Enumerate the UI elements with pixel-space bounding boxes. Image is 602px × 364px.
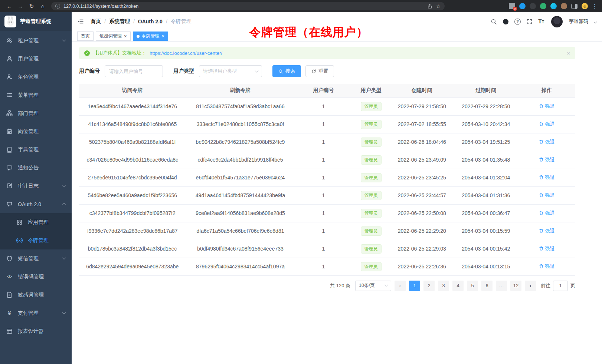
username[interactable]: 芋道源码 — [569, 18, 588, 25]
force-logout-button[interactable]: 强退 — [539, 121, 555, 128]
close-icon[interactable]: × — [124, 34, 127, 39]
sidebar-item-audit-log[interactable]: 审计日志 — [0, 177, 72, 195]
force-logout-button[interactable]: 强退 — [539, 210, 555, 216]
user-type-cell: 管理员 — [352, 186, 390, 204]
logo-bar[interactable]: 芋道管理系统 — [0, 12, 72, 31]
refresh-token-cell: 49d1aa46d1454fbd87591444423be9fa — [186, 186, 295, 204]
app-title: 芋道管理系统 — [20, 18, 51, 25]
sidebar-item-sensitive-word[interactable]: 敏感词管理 — [0, 286, 72, 304]
side-panel-icon[interactable] — [571, 4, 578, 9]
page-size-select[interactable]: 10条/页 — [355, 281, 391, 291]
green-extension-icon[interactable] — [540, 3, 546, 9]
expired-cell: 2054-03-04 01:35:48 — [454, 151, 518, 169]
address-bar[interactable]: i 127.0.0.1:1024/system/oauth2/token ☆ — [51, 2, 445, 10]
dark-extension-icon[interactable] — [530, 3, 536, 9]
sidebar-item-report-designer[interactable]: 报表设计器 — [0, 322, 72, 340]
sidebar-item-menu[interactable]: 菜单管理 — [0, 86, 72, 104]
sidebar-item-sms[interactable]: 短信管理 — [0, 249, 72, 268]
sidebar-item-oauth-apps[interactable]: 应用管理 — [0, 213, 72, 231]
total-count: 共 120 条 — [330, 282, 350, 289]
twitter-extension-icon[interactable] — [519, 3, 526, 9]
page-button-6[interactable]: 6 — [481, 281, 493, 291]
tab-token[interactable]: 令牌管理 × — [133, 32, 169, 41]
user-id-input[interactable] — [105, 65, 163, 77]
prev-page-button[interactable]: ‹ — [395, 281, 406, 291]
user-type-cell: 管理员 — [352, 258, 390, 275]
chevron-down-icon[interactable] — [594, 20, 597, 23]
font-size-icon[interactable]: TT — [538, 19, 544, 24]
force-logout-button[interactable]: 强退 — [539, 192, 555, 199]
breadcrumb-oauth[interactable]: OAuth 2.0 — [138, 19, 163, 24]
teal-extension-icon[interactable] — [550, 3, 557, 9]
sidebar-item-user[interactable]: 用户管理 — [0, 50, 72, 68]
page-ellipsis[interactable]: ··· — [496, 281, 507, 291]
force-logout-button[interactable]: 强退 — [539, 228, 555, 234]
sidebar-item-post[interactable]: 岗位管理 — [0, 122, 72, 140]
shield-icon — [6, 255, 13, 262]
select-placeholder: 请选择用户类型 — [203, 68, 237, 75]
sidebar-item-notice[interactable]: 通知公告 — [0, 159, 72, 177]
breadcrumb-home[interactable]: 首页 — [91, 18, 101, 25]
browser-reload-icon[interactable]: ↻ — [27, 1, 36, 11]
breadcrumb-system[interactable]: 系统管理 — [109, 18, 130, 25]
user-avatar[interactable] — [551, 16, 563, 27]
next-page-button[interactable]: › — [525, 281, 536, 291]
browser-home-icon[interactable]: ⌂ — [38, 1, 48, 11]
search-form: 用户编号 用户类型 请选择用户类型 搜索 重置 — [79, 65, 575, 77]
refresh-token-cell: b0df4980ffd34c67a08f9156e4eee733 — [186, 240, 295, 258]
refresh-token-cell: 8796295f04064c2983414cc54af1097a — [186, 258, 295, 275]
help-icon[interactable]: ? — [514, 19, 521, 25]
close-icon[interactable]: × — [567, 50, 570, 56]
force-logout-button[interactable]: 强退 — [539, 139, 555, 145]
page-button-5[interactable]: 5 — [467, 281, 478, 291]
paw-extension-icon[interactable] — [561, 3, 567, 9]
page-button-1[interactable]: 1 — [409, 281, 420, 291]
goto-page-input[interactable] — [553, 281, 568, 291]
site-info-icon[interactable]: i — [55, 4, 60, 9]
extension-icon[interactable]: 0 — [509, 3, 515, 9]
browser-profile-avatar[interactable]: ☺ — [582, 3, 588, 9]
github-icon[interactable] — [503, 19, 509, 25]
sidebar-item-payment[interactable]: ¥ 支付管理 — [0, 304, 72, 322]
sidebar-fold-icon[interactable] — [77, 18, 84, 25]
force-logout-button[interactable]: 强退 — [539, 174, 555, 181]
page-button-2[interactable]: 2 — [423, 281, 435, 291]
force-logout-button[interactable]: 强退 — [539, 103, 555, 110]
sidebar-item-dict[interactable]: 字典管理 — [0, 140, 72, 159]
force-logout-button[interactable]: 强退 — [539, 263, 555, 270]
page-button-12[interactable]: 12 — [510, 281, 521, 291]
page-button-3[interactable]: 3 — [438, 281, 449, 291]
force-logout-button[interactable]: 强退 — [539, 156, 555, 163]
sidebar-item-dept[interactable]: 部门管理 — [0, 104, 72, 122]
tab-sensitive-word[interactable]: 敏感词管理 × — [96, 32, 131, 41]
browser-forward-icon[interactable]: → — [16, 1, 25, 11]
browser-menu-icon[interactable]: ⋮ — [592, 3, 598, 10]
fullscreen-icon[interactable] — [526, 19, 533, 25]
access-token-cell: 502375b8040a469a9b82188afdf6af1f — [79, 133, 186, 151]
browser-back-icon[interactable]: ← — [4, 1, 14, 11]
share-icon[interactable] — [427, 4, 432, 9]
user-type-select[interactable]: 请选择用户类型 — [199, 65, 262, 77]
bookmark-star-icon[interactable]: ☆ — [436, 3, 441, 9]
url-text[interactable]: 127.0.0.1:1024/system/oauth2/token — [63, 4, 424, 9]
sidebar-item-error-code[interactable]: </> 错误码管理 — [0, 268, 72, 286]
user-type-cell: 管理员 — [352, 240, 390, 258]
page-button-4[interactable]: 4 — [452, 281, 464, 291]
close-icon[interactable]: × — [162, 34, 165, 39]
access-token-cell: 275e5de9151045fe87cbdc395e004f4d — [79, 169, 186, 186]
sidebar-item-tenant[interactable]: 租户管理 — [0, 32, 72, 50]
reset-button[interactable]: 重置 — [305, 65, 334, 77]
sidebar-item-role[interactable]: 角色管理 — [0, 68, 72, 86]
broadcast-icon — [16, 237, 23, 244]
sidebar-item-oauth[interactable]: OAuth 2.0 — [0, 195, 72, 213]
search-icon[interactable] — [491, 19, 497, 25]
user-icon — [6, 56, 13, 62]
created-cell: 2022-07-02 18:55:55 — [390, 115, 454, 133]
sidebar-item-oauth-token[interactable]: 令牌管理 — [0, 231, 72, 249]
search-button[interactable]: 搜索 — [272, 65, 301, 77]
tab-home[interactable]: 首页 — [77, 32, 94, 41]
pagination: 共 120 条 10条/页 ‹ 1 2 3 4 5 6 ··· 12 › 前往 … — [79, 281, 575, 291]
force-logout-button[interactable]: 强退 — [539, 245, 555, 252]
doc-link[interactable]: https://doc.iocoder.cn/user-center/ — [150, 50, 222, 56]
sidebar-menu: 租户管理 用户管理 角色管理 菜单管理 部门管理 岗位管理 — [0, 31, 72, 364]
